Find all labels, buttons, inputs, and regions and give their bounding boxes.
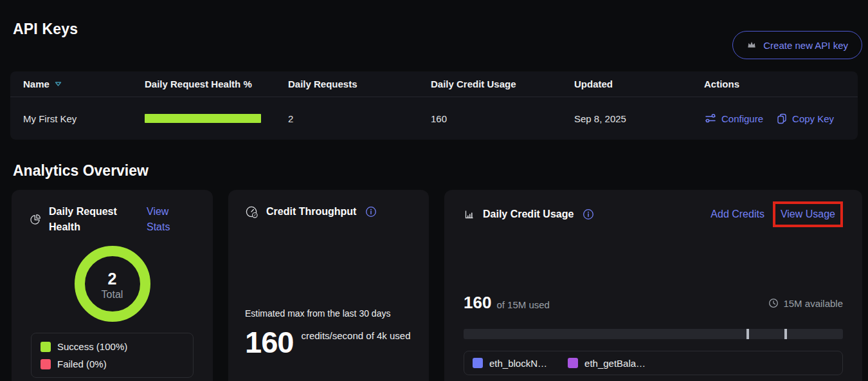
usage-value: 160 <box>464 293 491 312</box>
available-label: 15M available <box>783 298 843 309</box>
progress-tick <box>784 329 787 339</box>
gauge-icon <box>245 205 258 219</box>
table-header-row: Name Daily Request Health % Daily Reques… <box>10 71 858 97</box>
view-stats-link[interactable]: View Stats <box>147 204 175 235</box>
health-bar-cell <box>145 114 288 123</box>
card-title: Credit Throughput <box>266 204 356 219</box>
card-header: Daily Request Health View Stats <box>30 204 195 235</box>
card-links: Add Credits View Usage <box>710 201 843 227</box>
throughput-value-row: 160 credits/second of 4k used <box>245 326 412 358</box>
failed-swatch <box>41 359 51 369</box>
column-header-name[interactable]: Name <box>23 79 145 89</box>
legend-item-failed: Failed (0%) <box>41 358 184 369</box>
info-icon[interactable] <box>365 206 377 218</box>
throughput-note: Estimated max from the last 30 days <box>245 308 412 319</box>
usage-suffix: of 15M used <box>496 299 550 310</box>
api-keys-table: Name Daily Request Health % Daily Reques… <box>10 71 858 140</box>
legend-item-eth-getbalance: eth_getBala… <box>568 358 646 369</box>
credit-throughput-card: Credit Throughput Estimated max from the… <box>228 190 429 381</box>
card-title: Daily Credit Usage <box>483 207 574 222</box>
add-credits-link[interactable]: Add Credits <box>710 207 764 222</box>
daily-request-health-card: Daily Request Health View Stats 2 Total … <box>12 190 213 381</box>
available-credits: 15M available <box>768 298 843 309</box>
updated-value: Sep 8, 2025 <box>574 113 704 124</box>
success-swatch <box>41 342 51 352</box>
column-header-updated: Updated <box>574 79 704 89</box>
legend-item-success: Success (100%) <box>41 341 184 352</box>
actions-cell: Configure Copy Key <box>704 112 858 125</box>
dashboard-page: API Keys Create new API key Name Daily R… <box>0 21 868 381</box>
card-title: Daily Request Health <box>49 204 122 235</box>
analytics-cards: Daily Request Health View Stats 2 Total … <box>12 190 862 381</box>
throughput-value: 160 <box>245 326 293 358</box>
analytics-overview-title: Analytics Overview <box>13 163 868 178</box>
eth-getbalance-swatch <box>568 358 578 368</box>
pie-chart-icon <box>30 214 41 225</box>
donut-total-value: 2 <box>108 270 117 287</box>
configure-label: Configure <box>721 113 763 124</box>
create-api-key-button[interactable]: Create new API key <box>732 31 862 59</box>
throughput-unit: credits/second of 4k used <box>301 328 412 358</box>
request-health-legend: Success (100%) Failed (0%) <box>31 333 194 378</box>
request-health-donut-chart: 2 Total <box>74 245 151 325</box>
copy-icon <box>776 113 788 124</box>
sort-chevron-icon[interactable] <box>55 81 62 87</box>
usage-summary-row: 160 of 15M used 15M available <box>464 293 843 312</box>
column-header-daily-credit-usage: Daily Credit Usage <box>431 79 574 89</box>
credit-usage-progress-bar <box>464 329 843 339</box>
view-usage-highlight: View Usage <box>773 201 843 227</box>
donut-total-label: Total <box>102 289 123 301</box>
crown-icon <box>746 40 757 50</box>
copy-key-button[interactable]: Copy Key <box>776 113 834 124</box>
api-key-name: My First Key <box>23 113 145 124</box>
eth-blocknumber-label: eth_blockN… <box>489 358 547 369</box>
card-header: Daily Credit Usage Add Credits View Usag… <box>464 200 843 228</box>
health-bar-track <box>145 114 261 123</box>
daily-credit-usage-card: Daily Credit Usage Add Credits View Usag… <box>444 190 862 381</box>
eth-blocknumber-swatch <box>473 358 483 368</box>
health-bar-fill <box>145 114 261 123</box>
eth-getbalance-label: eth_getBala… <box>584 358 646 369</box>
column-header-health: Daily Request Health % <box>145 79 288 89</box>
clock-icon <box>768 298 779 308</box>
column-header-name-label: Name <box>23 79 50 89</box>
card-header: Credit Throughput <box>245 204 412 219</box>
sliders-icon <box>704 112 717 125</box>
donut-center: 2 Total <box>74 245 151 325</box>
failed-label: Failed (0%) <box>57 358 107 369</box>
page-header: API Keys Create new API key <box>0 21 868 59</box>
daily-credit-usage-value: 160 <box>431 113 574 124</box>
column-header-actions: Actions <box>704 79 858 89</box>
configure-button[interactable]: Configure <box>704 112 763 125</box>
progress-tick <box>746 329 749 339</box>
daily-requests-value: 2 <box>288 113 431 124</box>
credit-usage-legend: eth_blockN… eth_getBala… <box>464 351 843 375</box>
view-usage-link[interactable]: View Usage <box>781 209 835 219</box>
column-header-daily-requests: Daily Requests <box>288 79 431 89</box>
table-row: My First Key 2 160 Sep 8, 2025 Conf <box>10 97 858 140</box>
bar-chart-icon <box>464 209 475 220</box>
legend-item-eth-blocknumber: eth_blockN… <box>473 358 547 369</box>
create-api-key-label: Create new API key <box>763 40 848 51</box>
info-icon[interactable] <box>583 209 594 220</box>
success-label: Success (100%) <box>57 341 127 352</box>
copy-key-label: Copy Key <box>792 113 834 124</box>
